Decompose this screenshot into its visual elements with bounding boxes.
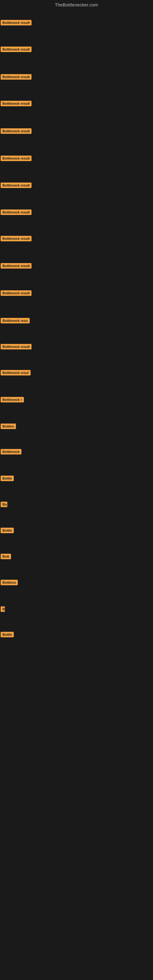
bottleneck-label: B [1,606,5,612]
bottleneck-label: Bottleneck result [1,183,32,188]
bottleneck-label: Bott [1,554,11,559]
bottleneck-label: Bottleneck r [1,397,24,402]
bottleneck-label: Bottleneck result [1,290,32,296]
bottleneck-label: Bottleneck [1,449,21,455]
bottleneck-label: Bottleneck result [1,101,32,106]
bottleneck-label: Bottleneck result [1,46,32,52]
bottleneck-item: Bottleneck result [1,210,32,216]
bottleneck-label: Bottleneck result [1,344,32,350]
bottleneck-label: Bottle [1,476,14,481]
bottleneck-label: Bottleneck result [1,128,32,134]
bottleneck-item: Bottleneck result [1,128,32,135]
bottleneck-item: Bottleneck result [1,46,32,53]
bottleneck-item: Bottleneck result [1,236,32,243]
bottleneck-item: Bottleneck result [1,344,32,351]
bottleneck-label: Bottleneck result [1,236,32,241]
bottleneck-label: Bottleneck result [1,263,32,269]
bottleneck-item: Bottleneck resu [1,318,30,325]
bottleneck-item: Bottle [1,476,14,482]
bottleneck-item: Bottleneck r [1,397,24,404]
bottleneck-label: Bottle [1,528,14,533]
bottleneck-label: Bottlen [1,423,16,429]
bottleneck-item: Bo [1,502,7,508]
bottleneck-item: Bottlens [1,580,18,587]
bottleneck-label: Bottleneck result [1,74,32,80]
bottleneck-label: Bottleneck resul [1,370,30,375]
bottleneck-item: Bottle [1,632,14,638]
bottleneck-label: Bottleneck result [1,210,32,215]
bottleneck-item: B [1,606,5,613]
bottleneck-item: Bottleneck result [1,74,32,81]
bottleneck-item: Bottlen [1,423,16,430]
bottleneck-item: Bottleneck result [1,101,32,108]
bottleneck-item: Bott [1,554,11,560]
bottleneck-item: Bottleneck result [1,183,32,189]
bottleneck-label: Bottlens [1,580,18,585]
bottleneck-item: Bottleneck result [1,263,32,270]
bottleneck-item: Bottleneck result [1,156,32,162]
bottleneck-label: Bottleneck resu [1,318,30,323]
bottleneck-label: Bo [1,502,7,507]
bottleneck-item: Bottleneck result [1,20,32,27]
bottleneck-item: Bottleneck [1,449,21,456]
bottleneck-label: Bottleneck result [1,20,32,25]
site-title: TheBottlenecker.com [0,0,153,9]
bottleneck-item: Bottleneck result [1,290,32,297]
bottleneck-item: Bottle [1,528,14,535]
bottleneck-label: Bottleneck result [1,156,32,161]
bottleneck-item: Bottleneck resul [1,370,30,377]
bottleneck-label: Bottle [1,632,14,637]
